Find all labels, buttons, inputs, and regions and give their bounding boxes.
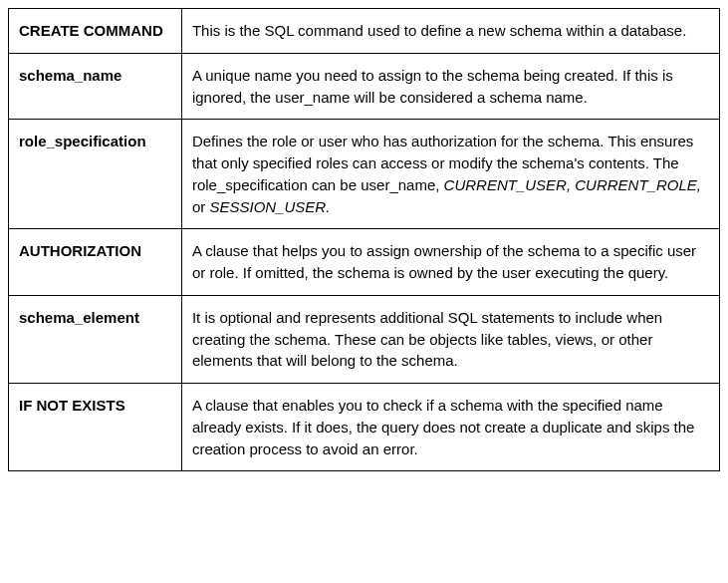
- desc-cell: A unique name you need to assign to the …: [181, 53, 719, 120]
- desc-cell: Defines the role or user who has authori…: [181, 120, 719, 229]
- desc-text-italic2: SESSION_USER.: [209, 198, 330, 215]
- table-row: AUTHORIZATION A clause that helps you to…: [9, 229, 720, 296]
- table-row: schema_name A unique name you need to as…: [9, 53, 720, 120]
- table-row: CREATE COMMAND This is the SQL command u…: [9, 9, 720, 54]
- term-cell: schema_element: [9, 295, 182, 383]
- schema-definition-table: CREATE COMMAND This is the SQL command u…: [8, 8, 720, 471]
- desc-cell: This is the SQL command used to define a…: [181, 9, 719, 54]
- term-cell: schema_name: [9, 53, 182, 120]
- desc-cell: A clause that helps you to assign owners…: [181, 229, 719, 296]
- term-cell: role_specification: [9, 120, 182, 229]
- table-row: role_specification Defines the role or u…: [9, 120, 720, 229]
- desc-text-mid: or: [192, 198, 210, 215]
- term-cell: IF NOT EXISTS: [9, 384, 182, 471]
- table-row: schema_element It is optional and repres…: [9, 295, 720, 383]
- term-cell: CREATE COMMAND: [9, 9, 182, 54]
- desc-cell: It is optional and represents additional…: [181, 295, 719, 383]
- table-row: IF NOT EXISTS A clause that enables you …: [9, 384, 720, 471]
- desc-text-italic: CURRENT_USER, CURRENT_ROLE,: [444, 176, 701, 193]
- desc-cell: A clause that enables you to check if a …: [181, 384, 719, 471]
- term-cell: AUTHORIZATION: [9, 229, 182, 296]
